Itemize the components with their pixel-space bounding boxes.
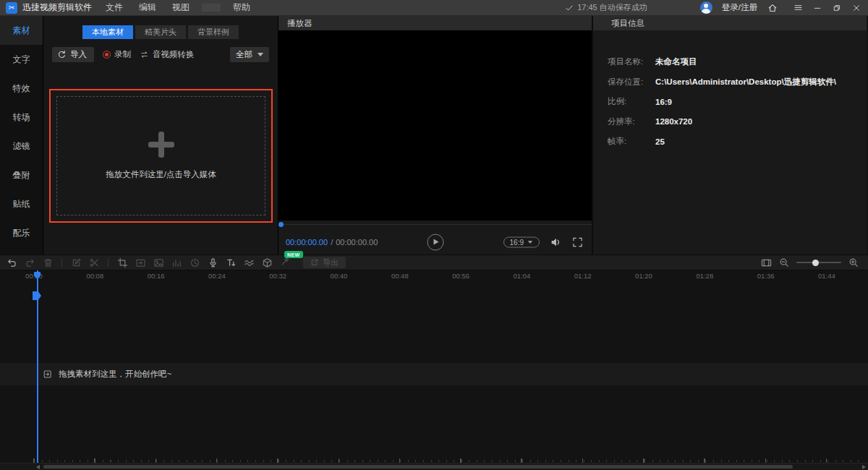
sidebar-item[interactable]: 文字 [0, 45, 43, 74]
media-tab[interactable]: 本地素材 [82, 25, 133, 39]
ruler-tick: 00:16 [148, 272, 165, 280]
menu-hamburger-icon[interactable] [792, 2, 804, 14]
player-title: 播放器 [287, 18, 312, 29]
menu-item[interactable]: 视图 [164, 0, 197, 15]
sidebar-item[interactable]: 叠附 [0, 161, 43, 189]
image-icon[interactable] [153, 257, 164, 268]
slider-knob[interactable] [812, 260, 819, 266]
convert-button[interactable]: 音视频转换 [140, 49, 195, 60]
player-panel: 播放器 00:00:00.00/00:00:00.00 16:9 [278, 16, 593, 255]
menubar: 文件编辑视图 [98, 0, 197, 15]
sidebar-item[interactable]: 特效 [0, 74, 43, 103]
play-button[interactable] [427, 234, 443, 250]
record-icon [103, 51, 111, 59]
split-scissors-icon[interactable] [88, 257, 100, 268]
microphone-icon[interactable] [207, 257, 218, 268]
import-label: 导入 [70, 49, 87, 60]
zoom-in-icon[interactable] [848, 257, 859, 268]
project-info-label: 分辨率: [608, 116, 655, 127]
duration-clock-icon[interactable] [189, 257, 200, 268]
redo-icon[interactable] [24, 257, 35, 268]
aspect-ratio-dropdown[interactable]: 16:9 [503, 236, 540, 247]
timeline-tracks[interactable]: 拖拽素材到这里，开始创作吧~ [0, 282, 868, 463]
fit-timeline-icon[interactable] [760, 257, 772, 268]
player-header: 播放器 [278, 16, 592, 30]
time-total: 00:00:00.00 [336, 238, 378, 247]
horizontal-scrollbar[interactable] [0, 463, 868, 470]
import-icon [57, 50, 67, 59]
media-tab[interactable]: 精美片头 [135, 25, 186, 39]
sidebar-item[interactable]: 配乐 [0, 218, 43, 247]
sidebar-item[interactable]: 素材 [0, 16, 43, 45]
export-icon [310, 258, 319, 267]
edit-clip-icon[interactable] [70, 257, 82, 268]
audio-wave-icon[interactable] [243, 257, 255, 268]
home-icon[interactable] [767, 2, 778, 14]
canvas-size-icon[interactable] [135, 257, 146, 268]
project-info-row: 帧率: 25 [608, 132, 867, 152]
play-icon [433, 239, 438, 245]
close-button[interactable] [851, 2, 862, 14]
crop-icon[interactable] [116, 257, 128, 268]
time-display: 00:00:00.00/00:00:00.00 [286, 238, 378, 247]
sidebar-item-label: 贴纸 [13, 198, 30, 210]
menu-item-help[interactable]: 帮助 [225, 0, 258, 15]
delete-icon[interactable] [42, 257, 54, 268]
main-area: 素材 文字 特效 转场 滤镜 叠附 贴纸 配乐 本地素材 [0, 16, 868, 255]
minimize-button[interactable] [812, 2, 823, 14]
timeline-zoom-slider[interactable] [796, 258, 841, 267]
edit-toolbar: NEW 导出 [0, 255, 868, 270]
filter-dropdown[interactable]: 全部 [230, 47, 269, 62]
chevron-down-icon [528, 241, 532, 244]
sidebar-item-label: 素材 [13, 25, 30, 37]
ruler-tick: 01:12 [574, 272, 592, 280]
seek-bar[interactable] [278, 221, 592, 229]
check-icon [565, 4, 574, 12]
ruler-tick: 00:56 [452, 272, 469, 280]
sidebar-item[interactable]: 滤镜 [0, 132, 43, 161]
record-button[interactable]: 录制 [103, 49, 131, 60]
text-to-speech-icon[interactable] [225, 257, 237, 268]
project-info-value: 未命名项目 [655, 56, 697, 67]
import-button[interactable]: 导入 [52, 47, 94, 62]
ruler-tick: 00:40 [331, 272, 348, 280]
window-controls [792, 2, 862, 14]
project-info-row: 比例: 16:9 [608, 92, 867, 112]
media-tab-label: 背景样例 [197, 27, 229, 38]
menu-item[interactable]: 编辑 [131, 0, 164, 15]
restore-button[interactable] [831, 2, 843, 14]
empty-track-band[interactable]: 拖拽素材到这里，开始创作吧~ [0, 363, 868, 385]
convert-arrows-icon [140, 50, 149, 59]
scroll-right-arrow-icon[interactable] [862, 465, 866, 469]
project-info-title: 项目信息 [611, 18, 644, 29]
export-button[interactable]: 导出 [303, 257, 346, 268]
menu-item[interactable]: 文件 [98, 0, 131, 15]
sidebar-item-label: 文字 [13, 54, 30, 66]
scrollbar-handle[interactable] [43, 465, 793, 469]
media-dropzone[interactable]: 拖放文件到这里/点击导入媒体 [49, 89, 273, 223]
sidebar-item[interactable]: 转场 [0, 103, 43, 132]
fullscreen-icon[interactable] [572, 236, 583, 247]
undo-icon[interactable] [6, 257, 17, 268]
login-register-link[interactable]: 登录/注册 [722, 2, 757, 13]
project-info-label: 项目名称: [608, 56, 655, 67]
dropzone-text: 拖放文件到这里/点击导入媒体 [106, 169, 216, 180]
seek-handle[interactable] [278, 222, 284, 227]
scroll-left-arrow-icon[interactable] [36, 465, 40, 469]
convert-label: 音视频转换 [153, 49, 195, 60]
timeline-ruler[interactable]: 00:0000:0800:1600:2400:3200:4000:4800:56… [0, 270, 868, 282]
sidebar-item[interactable]: 贴纸 [0, 189, 43, 218]
zoom-out-icon[interactable] [778, 257, 790, 268]
app-logo-icon: ✂ [6, 2, 17, 14]
user-avatar[interactable] [700, 1, 712, 14]
ruler-tick: 01:20 [635, 272, 652, 280]
time-current: 00:00:00.00 [286, 238, 328, 247]
audio-levels-icon[interactable] [171, 257, 182, 268]
seek-track [278, 224, 592, 225]
project-info-value: 16:9 [655, 98, 672, 106]
element-box-icon[interactable] [261, 257, 273, 268]
volume-icon[interactable] [550, 236, 562, 248]
drag-media-icon [43, 369, 53, 379]
sidebar-item-label: 特效 [13, 82, 30, 95]
media-tab[interactable]: 背景样例 [188, 25, 239, 39]
